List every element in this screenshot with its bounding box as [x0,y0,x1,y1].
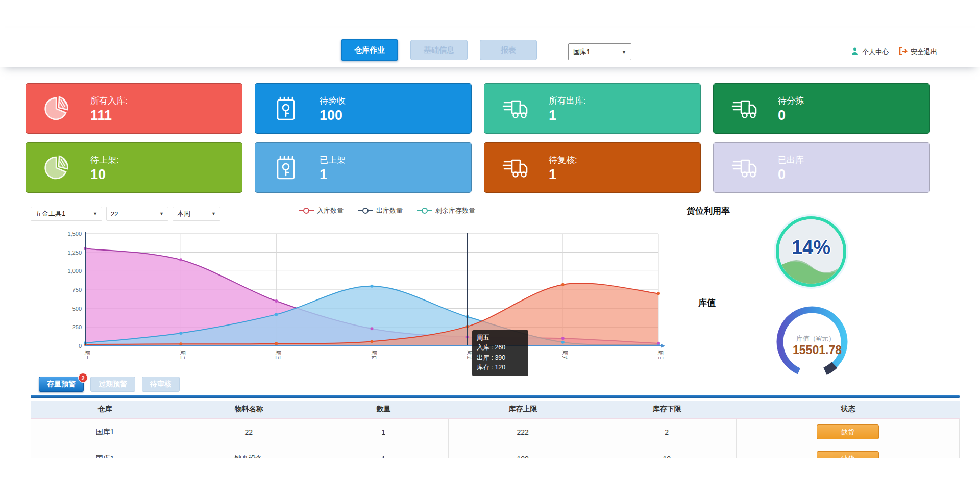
tooltip-day: 周五 [477,333,524,343]
table-top-divider [31,395,960,398]
truck-icon [501,153,530,183]
card-all-inbound[interactable]: 所有入库: 111 [26,83,242,134]
tab-label: 存量预警 [47,380,76,389]
logout-icon [899,47,908,57]
stock-value-number: 15501.78 [793,343,842,357]
stock-value-title: 库值 [698,297,716,309]
card-pending-shelving[interactable]: 待上架: 10 [26,142,242,193]
clipboard-icon [272,94,301,123]
chart-tooltip: 周五 入库 : 260 出库 : 390 库存 : 120 [472,330,528,376]
material-select[interactable]: 22 ▼ [106,207,168,221]
card-value: 100 [320,109,346,122]
profile-link[interactable]: 个人中心 [851,47,889,57]
logout-link[interactable]: 安全退出 [899,47,937,57]
card-label: 所有入库: [90,95,128,107]
table-cell: 2 [597,419,737,445]
truck-icon [730,94,760,123]
svg-text:1,000: 1,000 [67,268,82,274]
table-cell: 1 [318,445,449,458]
svg-text:周二: 周二 [180,350,186,359]
chevron-down-icon: ▼ [159,211,164,216]
nav-tab-basic-info[interactable]: 基础信息 [410,40,468,60]
utilization-gauge: 14% [776,216,846,287]
card-pending-recheck[interactable]: 待复核: 1 [484,142,701,193]
table-body: 国库12212222缺货国库1键盘设备110010缺货 [31,419,960,458]
card-value: 0 [778,168,804,182]
column-header: 仓库 [31,401,179,418]
card-shelved[interactable]: 已上架 1 [255,142,472,193]
chevron-down-icon: ▼ [211,211,216,216]
status-cell: 缺货 [737,419,960,445]
status-out-of-stock-button[interactable]: 缺货 [817,451,879,458]
legend-ring-icon [299,208,314,214]
truck-icon [501,94,530,123]
svg-text:1,250: 1,250 [67,249,82,256]
nav-tab-warehouse-ops[interactable]: 仓库作业 [341,39,398,61]
top-header: 仓库作业 基础信息 报表 国库1 ▼ 个人中心 安全退出 [0,28,980,67]
card-value: 10 [90,168,119,182]
column-header: 数量 [318,401,449,418]
material-category-value: 五金工具1 [35,209,65,218]
pie-chart-icon [42,153,72,183]
alert-tabs: 存量预警 2 过期预警 待审核 [39,377,180,392]
period-select[interactable]: 本周 ▼ [173,207,220,221]
legend-item[interactable]: 出库数量 [358,206,403,215]
table-cell: 国库1 [31,445,179,458]
column-header: 库存上限 [449,401,597,418]
chart-legend: 入库数量 出库数量 剩余库存数量 [299,206,475,215]
status-out-of-stock-button[interactable]: 缺货 [817,424,879,439]
card-label: 待复核: [549,154,577,166]
svg-text:0: 0 [79,343,82,349]
material-value: 22 [111,210,118,218]
card-pending-inspection[interactable]: 待验收 100 [255,83,472,134]
stock-value-unit-label: 库值（¥/元） [796,335,835,342]
tab-stock-alert[interactable]: 存量预警 2 [39,377,84,392]
tab-label: 待审核 [150,380,172,389]
chevron-down-icon: ▼ [622,49,626,55]
table-cell: 22 [179,419,318,445]
card-value: 1 [549,168,577,182]
column-header: 库存下限 [597,401,737,418]
main-nav: 仓库作业 基础信息 报表 [341,39,537,61]
card-value: 111 [90,109,128,122]
tab-pending-review[interactable]: 待审核 [142,377,180,392]
svg-text:周日: 周日 [657,350,664,359]
warehouse-select[interactable]: 国库1 ▼ [568,43,631,60]
stock-value-gauge: 库值（¥/元） 15501.78 [768,300,856,386]
table-row: 国库12212222缺货 [31,419,960,445]
tooltip-inbound: 入库 : 260 [477,343,524,353]
legend-item[interactable]: 入库数量 [299,206,344,215]
svg-text:1,500: 1,500 [67,231,82,237]
table-header-row: 仓库物料名称数量库存上限库存下限状态 [31,401,960,419]
column-header: 状态 [737,401,960,418]
alert-count-badge: 2 [78,373,88,383]
svg-text:周三: 周三 [275,350,281,359]
svg-text:250: 250 [72,324,82,330]
truck-icon [730,153,760,183]
table-cell: 222 [449,419,597,445]
nav-tab-reports[interactable]: 报表 [480,40,537,60]
card-value: 1 [320,168,346,182]
card-all-outbound[interactable]: 所有出库: 1 [484,83,701,134]
material-category-select[interactable]: 五金工具1 ▼ [31,207,102,221]
table-row: 国库1键盘设备110010缺货 [31,445,960,458]
table-cell: 国库1 [31,419,179,445]
card-pending-sorting[interactable]: 待分拣 0 [713,83,930,134]
period-value: 本周 [177,209,190,218]
svg-text:周四: 周四 [371,350,377,359]
chevron-down-icon: ▼ [93,211,97,216]
user-menu: 个人中心 安全退出 [851,47,937,57]
clipboard-icon [272,153,301,183]
svg-text:750: 750 [72,287,82,293]
table-cell: 键盘设备 [179,445,318,458]
profile-label: 个人中心 [862,47,889,57]
card-label: 待验收 [320,95,346,107]
legend-item[interactable]: 剩余库存数量 [417,206,475,215]
tab-expiry-alert[interactable]: 过期预警 [90,377,135,392]
svg-text:周六: 周六 [562,350,568,359]
card-label: 已上架 [320,154,346,166]
stock-trend-chart[interactable]: 02505007501,0001,2501,500周一周二周三周四周五周六周日 [54,229,669,361]
card-outbound-done[interactable]: 已出库 0 [713,142,930,193]
stat-cards: 所有入库: 111 待验收 100 所有出库: 1 [26,83,930,193]
table-cell: 100 [449,445,597,458]
